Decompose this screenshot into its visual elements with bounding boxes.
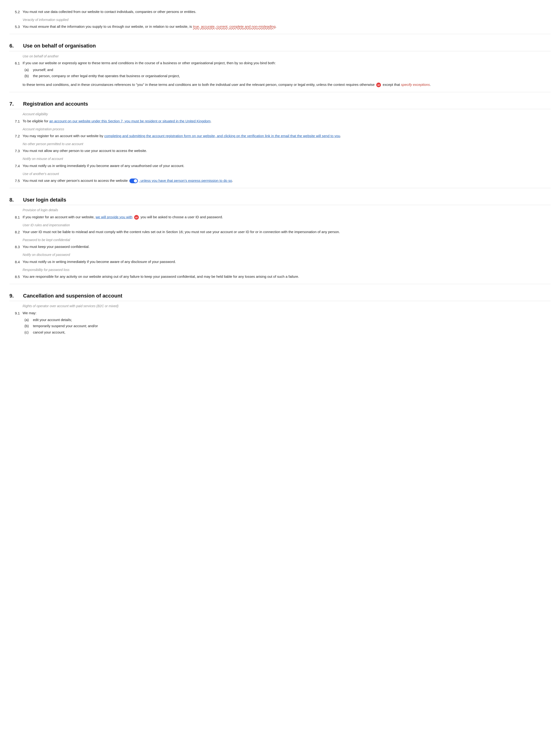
section-9-title: Cancellation and suspension of account [23,292,122,300]
clause-text-6-1: If you use our website or expressly agre… [23,60,551,80]
subheading-8-2: User ID rules and impersonation [23,223,551,228]
clause-7-4: 7.4 You must notify us in writing immedi… [9,163,551,169]
subheading-7-5: Use of another's account [23,171,551,176]
clause-text-8-2: Your user ID must not be liable to misle… [23,229,551,235]
subheading-8-5: Responsibility for password loss [23,267,551,272]
sublist-label-9a: (a) [24,317,31,323]
sublist-text-a: yourself; and [33,67,53,73]
sublist-text-b: the person, company or other legal entit… [33,73,180,79]
specify-exceptions: specify exceptions [401,83,430,87]
clause-6-1: 6.1 If you use our website or expressly … [9,60,551,80]
clause-num-7-3: 7.3 [9,148,20,154]
subheading-7-3: No other person permitted to use account [23,141,551,147]
clause-6-1-extra: to these terms and conditions, and in th… [23,82,551,88]
clause-num-7-4: 7.4 [9,163,20,169]
subheading-6-1: Use on behalf of another [23,54,551,59]
clause-num-8-1: 8.1 [9,214,20,220]
clause-9-1-sublist: (a) edit your account details; (b) tempo… [24,317,551,335]
clause-5-3: 5.3 You must ensure that all the informa… [9,24,551,30]
sublist-item-9-1-c: (c) cancel your account, [24,329,551,335]
clause-text-5-2: You must not use data collected from our… [23,9,551,15]
sublist-label-a: (a) [24,67,31,73]
clause-7-1: 7.1 To be eligible for an account on our… [9,118,551,124]
clause-num-8-3: 8.3 [9,244,20,250]
clause-num-5-3: 5.3 [9,24,20,30]
clause-6-1-sublist: (a) yourself; and (b) the person, compan… [24,67,551,79]
section-7-number: 7. [9,100,19,108]
section-6-number: 6. [9,42,19,50]
section-8-number: 8. [9,196,19,204]
sublist-label-9c: (c) [24,329,31,335]
clause-8-1: 8.1 If you register for an account with … [9,214,551,220]
highlight-true-accurate: true, accurate, current, complete and no… [193,24,276,28]
clause-8-3: 8.3 You must keep your password confiden… [9,244,551,250]
clause-text-9-1: We may: (a) edit your account details; (… [23,310,551,336]
subheading-8-1: Provision of login details [23,207,551,212]
clause-num-7-2: 7.2 [9,133,20,139]
subheading-8-4: Notify on disclosure of password [23,252,551,257]
section-5-clauses: 5.2 You must not use data collected from… [9,9,551,30]
sublist-label-9b: (b) [24,323,31,329]
subheading-7-4: Notify on misuse of account [23,156,551,161]
clause-num-7-5: 7.5 [9,178,20,184]
sublist-text-9c: cancel your account, [33,329,65,335]
clause-8-2: 8.2 Your user ID must not be liable to m… [9,229,551,235]
section-6-header: 6. Use on behalf of organisation [9,42,551,51]
toggle-7-5[interactable] [129,178,138,183]
clause-num-7-1: 7.1 [9,118,20,124]
clause-text-7-1: To be eligible for an account on our web… [23,118,551,124]
highlight-8-1-provide: we will provide you with [96,215,132,219]
sublist-label-b: (b) [24,73,31,79]
sublist-item-9-1-b: (b) temporarily suspend your account; an… [24,323,551,329]
clause-num-9-1: 9.1 [9,310,20,336]
section-8-header: 8. User login details [9,196,551,205]
clause-7-3: 7.3 You must not allow any other person … [9,148,551,154]
clause-text-8-4: You must notify us in writing immediatel… [23,259,551,265]
or-badge-8-1: or [134,215,139,220]
clause-num-8-4: 8.4 [9,259,20,265]
section-7-title: Registration and accounts [23,100,88,108]
clause-text-7-2: You may register for an account with our… [23,133,551,139]
sublist-item-6-1-a: (a) yourself; and [24,67,551,73]
clause-num-6-1: 6.1 [9,60,20,80]
section-divider-6 [9,34,551,34]
clause-num-5-2: 5.2 [9,9,20,15]
clause-text-7-5: You must not use any other person's acco… [23,178,551,184]
clause-text-7-3: You must not allow any other person to u… [23,148,551,154]
clause-text-7-4: You must notify us in writing immediatel… [23,163,551,169]
clause-text-8-1: If you register for an account with our … [23,214,551,220]
highlight-7-1-account: an account on our website under this Sec… [49,119,211,123]
section-divider-7 [9,92,551,92]
clause-num-8-5: 8.5 [9,274,20,280]
clause-text-5-3: You must ensure that all the information… [23,24,551,30]
sublist-text-9a: edit your account details; [33,317,72,323]
clause-num-8-2: 8.2 [9,229,20,235]
clause-9-1: 9.1 We may: (a) edit your account detail… [9,310,551,336]
subheading-8-3: Password to be kept confidential [23,237,551,243]
sublist-item-6-1-b: (b) the person, company or other legal e… [24,73,551,79]
or-badge-6-1: or [376,83,381,87]
clause-7-2: 7.2 You may register for an account with… [9,133,551,139]
clause-7-5: 7.5 You must not use any other person's … [9,178,551,184]
sublist-text-9b: temporarily suspend your account; and/or [33,323,98,329]
clause-8-4: 8.4 You must notify us in writing immedi… [9,259,551,265]
highlight-7-2-register: completing and submitting the account re… [104,134,340,138]
section-8-title: User login details [23,196,66,204]
section-7-header: 7. Registration and accounts [9,100,551,109]
section-9-number: 9. [9,292,19,300]
subheading-7-1: Account eligibility [23,112,551,117]
section-6-title: Use on behalf of organisation [23,42,96,50]
clause-text-8-5: You are responsible for any activity on … [23,274,551,280]
clause-8-5: 8.5 You are responsible for any activity… [9,274,551,280]
highlight-7-5-permission: , unless you have that person's express … [139,178,232,182]
clause-text-8-3: You must keep your password confidential… [23,244,551,250]
sublist-item-9-1-a: (a) edit your account details; [24,317,551,323]
subheading-7-2: Account registration process [23,127,551,132]
subheading-veracity: Veracity of information supplied [23,17,551,22]
clause-5-2: 5.2 You must not use data collected from… [9,9,551,15]
section-9-header: 9. Cancellation and suspension of accoun… [9,292,551,301]
subheading-9-1: Rights of operator over account with pai… [23,303,551,309]
